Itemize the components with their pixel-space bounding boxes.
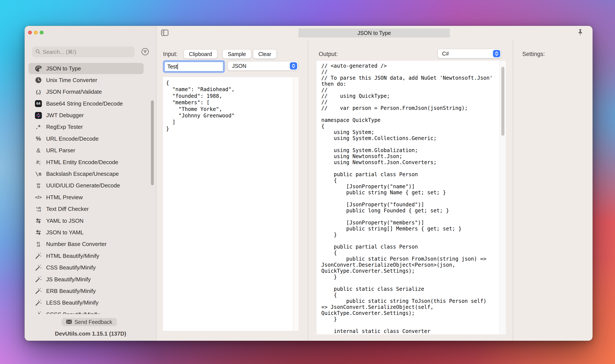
sidebar-item-label: Text Diff Checker bbox=[46, 206, 89, 212]
sidebar-scrollbar-thumb[interactable] bbox=[151, 100, 154, 185]
sidebar-item-label: CSS Beautify/Minify bbox=[46, 264, 96, 271]
sidebar-item-label: LESS Beautify/Minify bbox=[46, 299, 98, 306]
sidebar-item-label: JWT Debugger bbox=[46, 112, 84, 119]
search-field[interactable] bbox=[32, 47, 135, 57]
sidebar-item[interactable]: JSON to Type bbox=[28, 63, 144, 74]
wand-icon bbox=[34, 287, 43, 294]
sidebar-item[interactable]: UUIDUUID/ULID Generate/Decode bbox=[28, 180, 144, 191]
entity-icon: #; bbox=[34, 159, 43, 165]
window-title-tab[interactable]: JSON to Type bbox=[299, 28, 450, 38]
sidebar-item-label: URL Encode/Decode bbox=[46, 135, 98, 142]
close-window-button[interactable] bbox=[28, 31, 32, 34]
sidebar-item[interactable]: 0110Number Base Converter bbox=[28, 239, 144, 250]
palette-icon bbox=[34, 65, 43, 72]
sidebar-item[interactable]: JSON to YAML bbox=[28, 227, 144, 238]
diff-icon: +ab-cd bbox=[34, 206, 43, 212]
app-version: DevUtils.com 1.15.1 (137D) bbox=[25, 330, 157, 337]
output-language-value: C# bbox=[442, 51, 449, 57]
sidebar-item-label: SCSS Beautify/Minify bbox=[46, 311, 99, 314]
output-code-editor: // <auto-generated /> // // To parse thi… bbox=[316, 61, 506, 334]
input-code-editor[interactable]: { "name": "Radiohead", "founded": 1988, … bbox=[163, 77, 299, 331]
sample-button[interactable]: Sample bbox=[222, 50, 251, 59]
sidebar-item[interactable]: \nBackslash Escape/Unescape bbox=[28, 169, 144, 180]
stepper-icon bbox=[493, 50, 500, 57]
input-text-field[interactable]: Test bbox=[164, 62, 223, 72]
wand-icon bbox=[34, 311, 43, 314]
pin-icon[interactable] bbox=[577, 29, 583, 37]
minimize-window-button[interactable] bbox=[34, 31, 38, 34]
sidebar-item-label: JSON to YAML bbox=[46, 229, 84, 236]
wand-icon bbox=[34, 264, 43, 271]
sidebar-item[interactable]: CSS Beautify/Minify bbox=[28, 262, 144, 273]
desktop: JSON to TypeUnix Time Converter{,}JSON F… bbox=[0, 0, 615, 364]
sidebar-item-label: JSON to Type bbox=[46, 65, 81, 72]
input-label: Input: bbox=[163, 51, 178, 57]
devutils-window: JSON to TypeUnix Time Converter{,}JSON F… bbox=[25, 26, 593, 341]
backslash-icon: \n bbox=[34, 171, 43, 177]
sidebar-item[interactable]: JWT Debugger bbox=[28, 110, 144, 121]
output-csharp-code: // <auto-generated /> // // To parse thi… bbox=[321, 63, 494, 334]
sidebar-item-label: ERB Beautify/Minify bbox=[46, 288, 96, 294]
wand-icon bbox=[34, 276, 43, 283]
input-scrollbar-track[interactable] bbox=[293, 77, 299, 331]
panel-divider bbox=[308, 40, 308, 341]
sidebar-item-label: URL Parser bbox=[46, 147, 75, 154]
sidebar-item[interactable]: &URL Parser bbox=[28, 145, 144, 156]
sidebar-item-label: Number Base Converter bbox=[46, 241, 107, 247]
sidebar-item-label: JS Beautify/Minify bbox=[46, 276, 91, 283]
envelope-icon bbox=[66, 319, 72, 325]
braces-icon: {,} bbox=[34, 89, 43, 95]
sidebar-item[interactable]: </>HTML Preview bbox=[28, 192, 144, 203]
output-label: Output: bbox=[319, 51, 338, 57]
sidebar-item[interactable]: #;HTML Entity Encode/Decode bbox=[28, 156, 144, 168]
sidebar-item[interactable]: 64Base64 String Encode/Decode bbox=[28, 98, 144, 109]
search-icon bbox=[35, 48, 41, 56]
output-language-select[interactable]: C# bbox=[438, 49, 501, 58]
sidebar-item[interactable]: HTML Beautify/Minify bbox=[28, 250, 144, 261]
sidebar-item[interactable]: {,}JSON Format/Validate bbox=[28, 86, 144, 98]
sidebar-item[interactable]: %URL Encode/Decode bbox=[28, 133, 144, 144]
sidebar-item-label: Backslash Escape/Unescape bbox=[46, 170, 119, 177]
regex-icon: .* bbox=[34, 124, 43, 130]
zoom-window-button[interactable] bbox=[40, 31, 43, 34]
sidebar-item-label: HTML Preview bbox=[46, 194, 83, 201]
base64-badge-icon: 64 bbox=[34, 100, 43, 107]
input-type-value: JSON bbox=[232, 63, 246, 69]
text-caret bbox=[178, 64, 178, 70]
output-scrollbar-track[interactable] bbox=[499, 61, 506, 334]
filter-tools-icon[interactable] bbox=[141, 48, 149, 56]
traffic-lights bbox=[28, 31, 43, 34]
sidebar-item[interactable]: LESS Beautify/Minify bbox=[28, 297, 144, 308]
clear-button[interactable]: Clear bbox=[253, 50, 276, 59]
input-type-select[interactable]: JSON bbox=[228, 61, 298, 70]
sidebar-item[interactable]: +ab-cdText Diff Checker bbox=[28, 204, 144, 215]
settings-label: Settings: bbox=[522, 51, 545, 57]
input-json-code[interactable]: { "name": "Radiohead", "founded": 1988, … bbox=[166, 80, 235, 132]
sidebar-item[interactable]: JS Beautify/Minify bbox=[28, 274, 144, 285]
panel-divider bbox=[513, 40, 513, 341]
send-feedback-button[interactable]: Send Feedback bbox=[62, 318, 117, 326]
sidebar-item[interactable]: Unix Time Converter bbox=[28, 75, 144, 86]
percent-icon: % bbox=[34, 135, 43, 142]
output-scrollbar-thumb[interactable] bbox=[501, 67, 504, 136]
wand-icon bbox=[34, 299, 43, 306]
clipboard-button[interactable]: Clipboard bbox=[184, 50, 217, 59]
uuid-icon: UUID bbox=[34, 183, 43, 188]
sidebar-item[interactable]: .*RegExp Tester bbox=[28, 121, 144, 133]
sidebar-item-label: UUID/ULID Generate/Decode bbox=[46, 182, 120, 189]
sidebar: JSON to TypeUnix Time Converter{,}JSON F… bbox=[25, 26, 157, 341]
toggle-sidebar-button[interactable] bbox=[161, 29, 169, 37]
code-tag-icon: </> bbox=[34, 195, 43, 200]
sidebar-item-label: YAML to JSON bbox=[46, 218, 83, 224]
search-input[interactable] bbox=[43, 49, 131, 55]
swap-arrows-icon bbox=[34, 229, 43, 235]
sidebar-item[interactable]: YAML to JSON bbox=[28, 215, 144, 226]
clock-icon bbox=[34, 77, 43, 83]
sidebar-item-label: HTML Entity Encode/Decode bbox=[46, 159, 118, 166]
ampersand-icon: & bbox=[34, 147, 43, 154]
sidebar-item[interactable]: SCSS Beautify/Minify bbox=[28, 309, 144, 314]
tool-list: JSON to TypeUnix Time Converter{,}JSON F… bbox=[28, 63, 148, 314]
stepper-icon bbox=[290, 62, 297, 70]
sidebar-item-label: HTML Beautify/Minify bbox=[46, 253, 99, 259]
sidebar-item[interactable]: ERB Beautify/Minify bbox=[28, 285, 144, 297]
